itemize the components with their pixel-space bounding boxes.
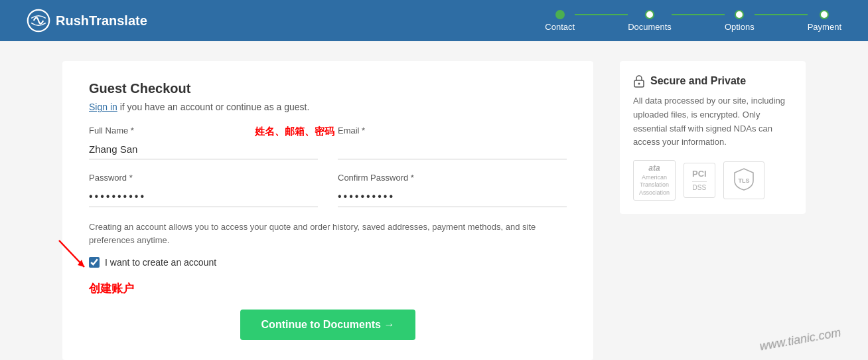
continue-button-area: Continue to Documents → bbox=[89, 310, 567, 340]
tls-badge: TLS bbox=[723, 161, 764, 199]
form-group-password: Password * bbox=[89, 173, 318, 207]
form-title: Guest Checkout bbox=[89, 81, 567, 96]
fullname-label: Full Name * bbox=[89, 126, 318, 135]
sidebar: Secure and Private All data processed by… bbox=[620, 61, 806, 360]
form-group-fullname: Full Name * bbox=[89, 126, 318, 159]
confirm-password-input[interactable] bbox=[338, 187, 567, 207]
create-account-row: I want to create an account bbox=[89, 257, 567, 268]
step-dot-options bbox=[735, 10, 744, 19]
secure-text: All data processed by our site, includin… bbox=[633, 94, 792, 149]
form-row-passwords: Password * Confirm Password * bbox=[89, 173, 567, 207]
secure-box: Secure and Private All data processed by… bbox=[620, 61, 806, 214]
fullname-input[interactable] bbox=[89, 139, 318, 159]
create-account-label[interactable]: I want to create an account bbox=[105, 257, 216, 268]
step-label-documents: Documents bbox=[628, 22, 672, 32]
svg-text:TLS: TLS bbox=[738, 177, 749, 184]
signin-link[interactable]: Sign in bbox=[89, 102, 117, 112]
lock-icon bbox=[633, 74, 645, 88]
confirm-password-label: Confirm Password * bbox=[338, 173, 567, 183]
header: RushTranslate Contact Documents Options bbox=[0, 0, 868, 41]
step-options: Options bbox=[725, 10, 755, 32]
step-dot-payment bbox=[820, 10, 829, 19]
step-dot-contact bbox=[555, 10, 565, 19]
svg-point-4 bbox=[638, 83, 640, 85]
step-payment: Payment bbox=[808, 10, 841, 32]
step-line-1 bbox=[575, 14, 628, 15]
pci-badge: PCI DSS bbox=[684, 163, 715, 198]
form-row-name-email: Full Name * Email * bbox=[89, 126, 567, 159]
form-group-confirm-password: Confirm Password * bbox=[338, 173, 567, 207]
step-label-options: Options bbox=[725, 22, 755, 32]
secure-title: Secure and Private bbox=[633, 74, 792, 88]
form-group-email: Email * bbox=[338, 126, 567, 159]
account-info-text: Creating an account allows you to access… bbox=[89, 221, 567, 246]
email-input[interactable] bbox=[338, 139, 567, 159]
ata-badge: ata American Translation Association bbox=[633, 160, 676, 201]
form-subtitle: Sign in if you have an account or contin… bbox=[89, 102, 567, 112]
main-content: Guest Checkout Sign in if you have an ac… bbox=[36, 41, 832, 360]
logo-icon bbox=[27, 9, 50, 33]
form-area: Guest Checkout Sign in if you have an ac… bbox=[62, 61, 593, 360]
logo-text: RushTranslate bbox=[56, 13, 147, 29]
red-arrow-icon bbox=[52, 237, 92, 274]
step-documents: Documents bbox=[628, 10, 672, 32]
chinese-create-label: 创建账户 bbox=[89, 281, 567, 296]
trust-badges: ata American Translation Association PCI… bbox=[633, 160, 792, 201]
password-label: Password * bbox=[89, 173, 318, 183]
continue-button[interactable]: Continue to Documents → bbox=[240, 310, 416, 340]
step-line-3 bbox=[755, 14, 808, 15]
step-contact: Contact bbox=[545, 10, 575, 32]
logo: RushTranslate bbox=[27, 9, 147, 33]
tls-shield-icon: TLS bbox=[733, 167, 755, 191]
step-line-2 bbox=[672, 14, 725, 15]
password-input[interactable] bbox=[89, 187, 318, 207]
step-dot-documents bbox=[645, 10, 654, 19]
email-label: Email * bbox=[338, 126, 567, 135]
step-label-contact: Contact bbox=[545, 22, 575, 32]
progress-steps: Contact Documents Options Payment bbox=[545, 10, 841, 32]
step-label-payment: Payment bbox=[808, 22, 841, 32]
